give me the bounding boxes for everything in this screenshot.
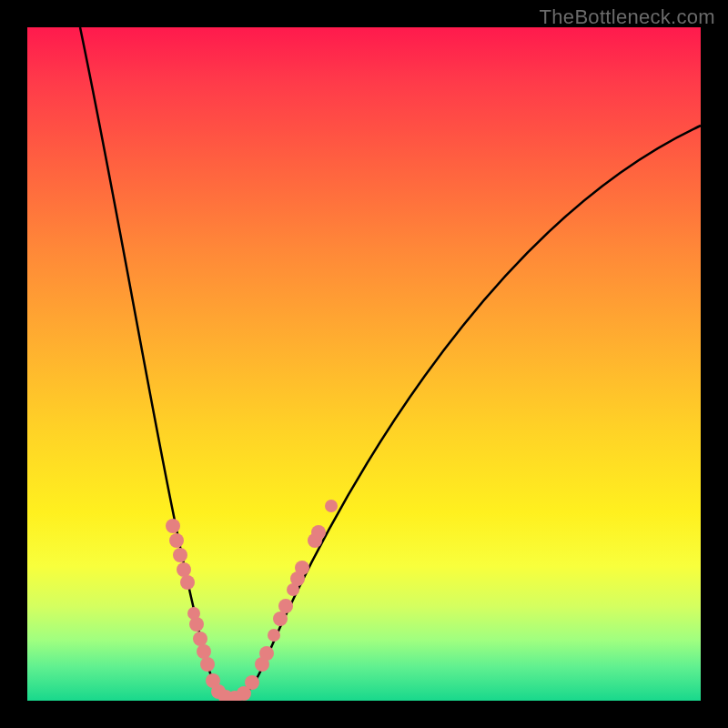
data-point <box>173 548 187 562</box>
data-point <box>193 632 207 646</box>
bottleneck-curve-plot <box>27 27 701 701</box>
data-point <box>197 644 211 659</box>
bottleneck-curve <box>80 27 701 699</box>
data-point <box>273 612 288 626</box>
data-point <box>278 599 293 613</box>
data-point <box>169 533 184 548</box>
data-point <box>189 617 204 632</box>
data-point <box>268 629 280 642</box>
watermark-text: TheBottleneck.com <box>540 5 715 29</box>
data-point <box>166 519 180 533</box>
data-point <box>325 500 338 512</box>
data-point <box>177 562 191 577</box>
data-point <box>180 575 195 590</box>
data-point <box>311 525 326 540</box>
chart-frame <box>27 27 701 701</box>
data-point <box>200 657 215 672</box>
data-point <box>259 646 274 661</box>
data-point <box>295 561 309 575</box>
data-point <box>245 675 259 690</box>
